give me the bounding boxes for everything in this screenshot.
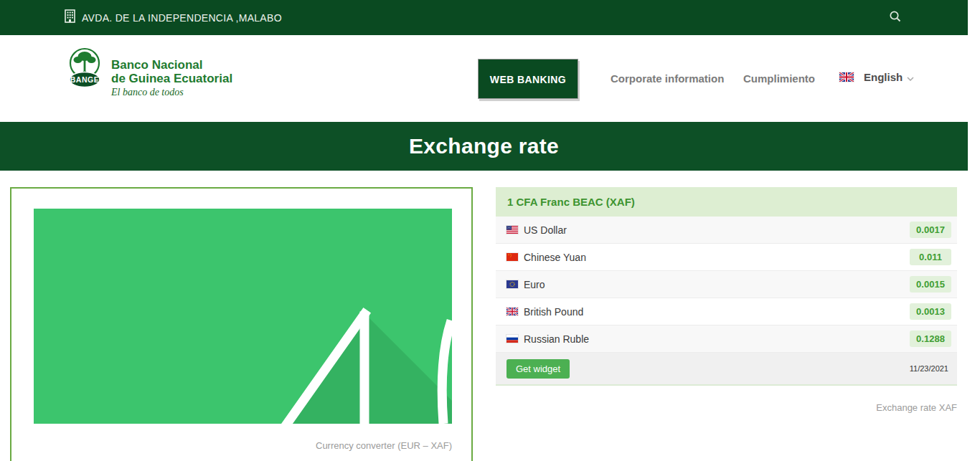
- main-header: BANGE Banco Nacional de Guinea Ecuatoria…: [0, 35, 968, 122]
- svg-text:BANGE: BANGE: [70, 75, 99, 84]
- nav-corporate-information[interactable]: Corporate information: [611, 72, 724, 85]
- currency-name: Russian Ruble: [524, 333, 589, 345]
- language-selector[interactable]: English: [839, 71, 914, 83]
- currency-name: Chinese Yuan: [524, 252, 586, 263]
- table-row: Chinese Yuan0.011: [496, 244, 957, 271]
- rates-table-footer: Get widget 11/23/2021: [496, 353, 957, 386]
- exchange-rate-footnote[interactable]: Exchange rate XAF: [876, 402, 957, 413]
- rates-table-header: 1 CFA Franc BEAC (XAF): [496, 187, 957, 217]
- nav-web-banking-button[interactable]: WEB BANKING: [478, 59, 578, 99]
- page-title-banner: Exchange rate: [0, 122, 968, 171]
- rate-value-badge: 0.1288: [910, 331, 951, 347]
- uk-flag-icon: [839, 72, 854, 82]
- branch-address-block: AVDA. DE LA INDEPENDENCIA ,MALABO: [65, 9, 282, 26]
- branch-address: AVDA. DE LA INDEPENDENCIA ,MALABO: [82, 12, 282, 24]
- chevron-down-icon: [907, 71, 914, 83]
- logo-tagline: El banco de todos: [111, 87, 232, 98]
- search-icon: [889, 14, 902, 25]
- table-row: Russian Ruble0.1288: [496, 325, 957, 353]
- widget-caption: Currency converter (EUR – XAF): [316, 440, 452, 451]
- rates-date: 11/23/2021: [910, 364, 948, 373]
- get-widget-button[interactable]: Get widget: [507, 359, 570, 379]
- bank-logo[interactable]: BANGE Banco Nacional de Guinea Ecuatoria…: [67, 47, 232, 98]
- table-row: British Pound0.0013: [496, 298, 957, 325]
- currency-name: Euro: [524, 279, 545, 290]
- currency-converter-widget[interactable]: Currency converter (EUR – XAF): [10, 187, 473, 461]
- table-row: US Dollar0.0017: [496, 217, 957, 244]
- gb-flag-icon: [507, 308, 518, 315]
- cn-flag-icon: [507, 253, 518, 261]
- currency-widget-graphic: [34, 209, 452, 424]
- logo-name-line2: de Guinea Ecuatorial: [111, 72, 232, 85]
- currency-name: British Pound: [524, 306, 583, 318]
- bange-emblem-icon: BANGE: [67, 47, 105, 92]
- exchange-rates-table: 1 CFA Franc BEAC (XAF) US Dollar0.0017Ch…: [496, 187, 957, 386]
- table-row: Euro0.0015: [496, 271, 957, 298]
- ru-flag-icon: [507, 335, 518, 343]
- nav-cumplimiento[interactable]: Cumplimiento: [743, 72, 815, 85]
- language-label: English: [864, 71, 903, 83]
- rates-table-body: US Dollar0.0017Chinese Yuan0.011Euro0.00…: [496, 217, 957, 353]
- rate-value-badge: 0.0017: [910, 222, 951, 238]
- logo-text: Banco Nacional de Guinea Ecuatorial El b…: [111, 47, 232, 98]
- page: AVDA. DE LA INDEPENDENCIA ,MALABO: [0, 0, 968, 461]
- eu-flag-icon: [507, 280, 518, 288]
- rate-value-badge: 0.0015: [910, 276, 951, 293]
- logo-name-line1: Banco Nacional: [111, 58, 232, 72]
- search-button[interactable]: [886, 7, 905, 28]
- rate-value-badge: 0.011: [910, 249, 951, 265]
- topbar: AVDA. DE LA INDEPENDENCIA ,MALABO: [0, 0, 968, 35]
- currency-name: US Dollar: [524, 224, 567, 236]
- us-flag-icon: [507, 226, 518, 234]
- building-icon: [65, 9, 75, 26]
- content: Currency converter (EUR – XAF) 1 CFA Fra…: [0, 171, 968, 461]
- rate-value-badge: 0.0013: [910, 303, 951, 320]
- page-title: Exchange rate: [409, 134, 559, 158]
